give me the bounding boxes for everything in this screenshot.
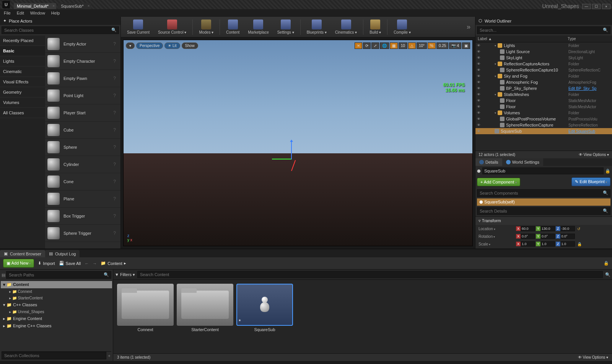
visibility-icon[interactable]: 👁: [477, 62, 482, 66]
visibility-icon[interactable]: 👁: [477, 117, 482, 121]
edit-blueprint-button[interactable]: ✎ Edit Blueprint: [571, 177, 610, 186]
viewport-show[interactable]: Show: [182, 42, 198, 49]
tab-world-settings[interactable]: World Settings: [502, 158, 543, 166]
menu-file[interactable]: File: [4, 11, 11, 15]
category-cinematic[interactable]: Cinematic: [0, 67, 45, 77]
tree-item[interactable]: ▸ 📁 StarterContent: [1, 295, 112, 301]
search-classes-input[interactable]: [2, 26, 119, 34]
search-paths-input[interactable]: [6, 271, 111, 279]
actor-item-point-light[interactable]: Point Light?: [45, 87, 120, 104]
info-icon[interactable]: ?: [113, 162, 118, 167]
outliner-row[interactable]: 👁SphereReflectionCaptureSphereReflection: [475, 122, 612, 128]
outliner-row[interactable]: 👁▾StaticMeshesFolder: [475, 91, 612, 98]
toolbar-build[interactable]: Build ▾: [366, 19, 385, 35]
actor-item-player-start[interactable]: Player Start?: [45, 104, 120, 122]
category-basic[interactable]: Basic: [0, 46, 45, 56]
outliner-row[interactable]: 👁GlobalPostProcessVolumePostProcessVolu: [475, 116, 612, 122]
actor-item-cube[interactable]: Cube?: [45, 122, 120, 139]
category-all-classes[interactable]: All Classes: [0, 108, 45, 118]
search-collections-input[interactable]: [2, 352, 106, 359]
lock-scale-icon[interactable]: 🔒: [577, 242, 582, 246]
rotation-z[interactable]: [560, 234, 575, 239]
import-button[interactable]: ⬇ Import: [38, 261, 55, 266]
expand-icon[interactable]: ▾: [495, 44, 496, 47]
tree-item[interactable]: ▸ 📁 Unreal_Shapes: [1, 309, 112, 315]
menu-window[interactable]: Window: [30, 11, 45, 15]
info-icon[interactable]: ?: [113, 145, 118, 150]
info-icon[interactable]: ?: [113, 127, 118, 133]
actor-item-plane[interactable]: Plane?: [45, 190, 120, 208]
toolbar-marketplace[interactable]: Marketplace: [244, 19, 272, 35]
outliner-row[interactable]: 👁SkyLightSkyLight: [475, 55, 612, 61]
visibility-icon[interactable]: 👁: [477, 105, 482, 109]
actor-item-empty-actor[interactable]: Empty Actor?: [45, 36, 120, 53]
viewport-options-dropdown[interactable]: ▾: [126, 42, 135, 49]
actor-item-sphere-trigger[interactable]: Sphere Trigger?: [45, 225, 120, 242]
actor-item-empty-pawn[interactable]: Empty Pawn?: [45, 70, 120, 87]
toolbar-content[interactable]: Content: [222, 19, 243, 35]
tree-item[interactable]: ▸ 📁 Engine C++ Classes: [1, 322, 112, 330]
viewport[interactable]: ▾ Perspective ☀ Lit Show ⤧ ⟳ ⤢ 🌐 ▦ 10 △ …: [123, 40, 473, 246]
outliner-row[interactable]: 👁SquareSubEdit SquareSub: [475, 128, 612, 134]
toolbar-source-control[interactable]: Source Control ▾: [154, 19, 190, 35]
actor-item-empty-character[interactable]: Empty Character?: [45, 53, 120, 70]
scale-x[interactable]: [521, 241, 535, 247]
tree-item[interactable]: ▸ 📁 Connext: [1, 288, 112, 295]
info-icon[interactable]: ?: [113, 58, 118, 64]
visibility-icon[interactable]: 👁: [477, 80, 482, 84]
search-content-input[interactable]: [137, 271, 603, 278]
outliner-row[interactable]: 👁Atmospheric FogAtmosphericFog: [475, 79, 612, 85]
outliner-row[interactable]: 👁▾VolumesFolder: [475, 110, 612, 116]
snap-scale-value[interactable]: 0.25: [436, 42, 448, 49]
info-icon[interactable]: ?: [113, 93, 118, 98]
close-icon[interactable]: ×: [52, 4, 55, 8]
transform-mode-scale[interactable]: ⤢: [371, 42, 379, 49]
component-self-row[interactable]: ⬣ SquareSub(self): [477, 198, 610, 206]
actor-item-box-trigger[interactable]: Box Trigger?: [45, 208, 120, 225]
viewport-maximize[interactable]: ▣: [462, 42, 470, 49]
location-x[interactable]: [521, 226, 535, 231]
info-icon[interactable]: ?: [113, 179, 118, 184]
lock-icon[interactable]: 🔒: [604, 261, 609, 266]
tree-item[interactable]: ▸ 📁 Engine Content: [1, 315, 112, 322]
actor-item-cylinder[interactable]: Cylinder?: [45, 156, 120, 173]
outliner-view-options[interactable]: 👁 View Options ▾: [579, 153, 609, 157]
outliner-row[interactable]: 👁▾ReflectionCaptureActorsFolder: [475, 61, 612, 67]
outliner-search-input[interactable]: [477, 26, 610, 34]
outliner-col-type[interactable]: Type: [568, 37, 610, 41]
visibility-icon[interactable]: 👁: [477, 86, 482, 90]
search-details-input[interactable]: [477, 207, 610, 215]
toolbar-cinematics[interactable]: Cinematics ▾: [331, 19, 361, 35]
visibility-icon[interactable]: 👁: [477, 44, 482, 47]
asset-startercontent[interactable]: StarterContent: [177, 284, 233, 332]
search-components-input[interactable]: [477, 189, 610, 197]
expand-icon[interactable]: ▾: [495, 93, 496, 96]
outliner-row[interactable]: 👁FloorStaticMeshActor: [475, 98, 612, 104]
tab-output-log[interactable]: ▤ Output Log: [45, 250, 80, 257]
toolbar-blueprints[interactable]: Blueprints ▾: [303, 19, 330, 35]
visibility-icon[interactable]: 👁: [477, 123, 482, 127]
sources-toggle-icon[interactable]: ▤: [2, 273, 5, 278]
level-tab-0[interactable]: Minimal_Default*×: [14, 3, 56, 9]
category-geometry[interactable]: Geometry: [0, 87, 45, 98]
add-new-button[interactable]: ▣ Add New: [3, 259, 34, 268]
tab-details[interactable]: Details: [475, 158, 502, 166]
outliner-row[interactable]: 👁SphereReflectionCapture10SphereReflecti…: [475, 67, 612, 73]
collections-add-icon[interactable]: ＋: [107, 353, 111, 359]
maximize-button[interactable]: ☐: [592, 4, 601, 9]
outliner-row[interactable]: 👁Light SourceDirectionalLight: [475, 49, 612, 55]
visibility-icon[interactable]: 👁: [477, 99, 482, 102]
info-icon[interactable]: ?: [113, 231, 118, 236]
toolbar-save-current[interactable]: Save Current: [123, 19, 153, 35]
expand-icon[interactable]: ▾: [495, 75, 496, 78]
rotation-y[interactable]: [540, 234, 555, 239]
tab-content-browser[interactable]: ▣ Content Browser: [0, 250, 45, 257]
snap-rotation-toggle[interactable]: △: [408, 42, 416, 49]
viewport-lit[interactable]: ☀ Lit: [164, 42, 180, 49]
info-icon[interactable]: ?: [113, 196, 118, 202]
visibility-icon[interactable]: 👁: [477, 93, 482, 96]
close-button[interactable]: ×: [602, 4, 610, 9]
outliner-row[interactable]: 👁BP_Sky_SphereEdit BP_Sky_Sp: [475, 85, 612, 91]
snap-rotation-value[interactable]: 10°: [417, 42, 427, 49]
visibility-icon[interactable]: 👁: [477, 74, 482, 78]
